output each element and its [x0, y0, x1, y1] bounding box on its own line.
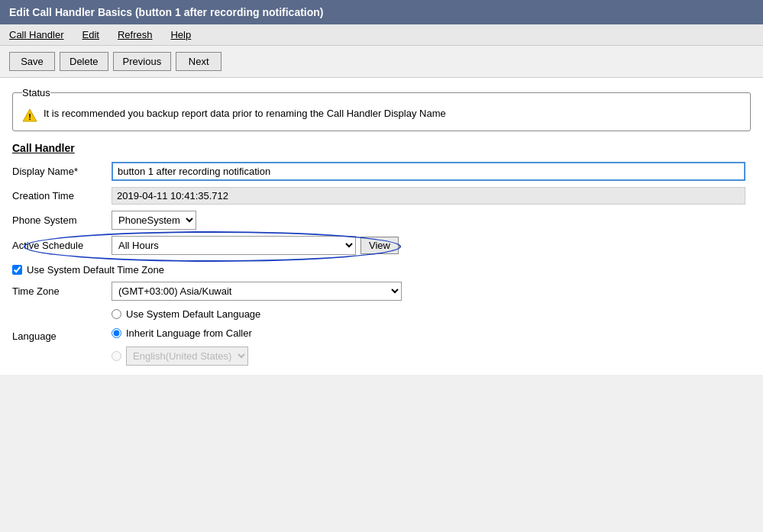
use-system-tz-row: Use System Default Time Zone: [12, 264, 745, 276]
svg-text:!: !: [28, 112, 31, 121]
display-name-label: Display Name*: [12, 166, 112, 177]
display-name-input[interactable]: [112, 162, 745, 181]
menu-help[interactable]: Help: [167, 27, 194, 42]
form-grid: Display Name* Creation Time Phone System…: [12, 162, 745, 366]
title-bar: Edit Call Handler Basics (button 1 after…: [0, 0, 763, 24]
menu-refresh[interactable]: Refresh: [115, 27, 156, 42]
save-button[interactable]: Save: [9, 52, 55, 71]
delete-button[interactable]: Delete: [60, 52, 108, 71]
page-title: Edit Call Handler Basics (button 1 after…: [9, 6, 324, 18]
status-message: It is recommended you backup report data…: [44, 108, 446, 119]
phone-system-field-wrapper: PhoneSystem: [112, 211, 745, 230]
view-button[interactable]: View: [360, 237, 399, 254]
menu-call-handler[interactable]: Call Handler: [6, 27, 67, 42]
language-radio-group: Use System Default Language Inherit Lang…: [112, 307, 745, 366]
phone-system-select[interactable]: PhoneSystem: [112, 211, 196, 230]
display-name-field-wrapper: [112, 162, 745, 181]
timezone-label: Time Zone: [12, 285, 112, 297]
timezone-select[interactable]: (GMT+03:00) Asia/Kuwait: [112, 282, 402, 301]
toolbar: Save Delete Previous Next: [0, 46, 763, 78]
use-system-tz-checkbox[interactable]: [12, 265, 22, 275]
lang-system-label: Use System Default Language: [126, 308, 260, 320]
phone-system-label: Phone System: [12, 214, 112, 226]
language-label: Language: [12, 330, 112, 342]
warning-icon: !: [22, 108, 37, 123]
lang-radio-inherit-row: Inherit Language from Caller: [112, 327, 745, 339]
timezone-field-wrapper: (GMT+03:00) Asia/Kuwait: [112, 282, 745, 301]
lang-system-radio[interactable]: [112, 309, 121, 319]
active-schedule-field-wrapper: All Hours Closed Open View: [112, 236, 745, 255]
use-system-tz-label: Use System Default Time Zone: [27, 264, 164, 276]
previous-button[interactable]: Previous: [113, 52, 172, 71]
lang-english-select[interactable]: English(United States): [126, 347, 248, 366]
active-schedule-label: Active Schedule: [12, 240, 112, 251]
lang-inherit-label: Inherit Language from Caller: [126, 327, 252, 339]
menu-edit[interactable]: Edit: [79, 27, 102, 42]
creation-time-input: [112, 187, 745, 205]
content-area: Status ! It is recommended you backup re…: [0, 78, 763, 375]
creation-time-field-wrapper: [112, 187, 745, 205]
creation-time-label: Creation Time: [12, 190, 112, 202]
lang-radio-system-row: Use System Default Language: [112, 308, 745, 320]
active-schedule-select[interactable]: All Hours Closed Open: [112, 236, 356, 255]
lang-radio-english-row: English(United States): [112, 347, 745, 366]
status-fieldset: Status ! It is recommended you backup re…: [12, 87, 751, 131]
menu-bar: Call Handler Edit Refresh Help: [0, 24, 763, 46]
status-legend: Status: [22, 87, 50, 98]
status-content: ! It is recommended you backup report da…: [22, 105, 741, 123]
call-handler-section-title: Call Handler: [12, 142, 751, 154]
next-button[interactable]: Next: [176, 52, 221, 71]
lang-english-radio[interactable]: [112, 351, 121, 361]
lang-inherit-radio[interactable]: [112, 328, 121, 338]
